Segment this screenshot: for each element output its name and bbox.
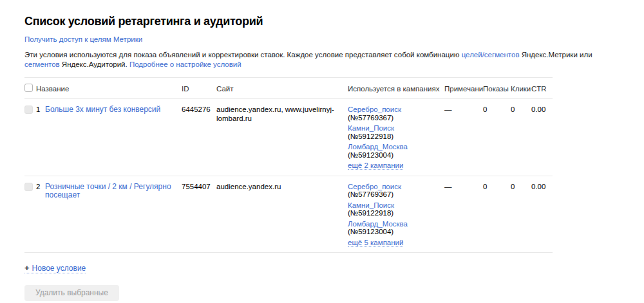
- description: Эти условия используются для показа объя…: [24, 50, 618, 69]
- conditions-help-link[interactable]: Подробнее о настройке условий: [129, 60, 242, 68]
- ctr-value: 0.00: [531, 99, 553, 176]
- retargeting-conditions-table: Название ID Сайт Используется в кампания…: [24, 77, 553, 253]
- clicks-value: 0: [511, 99, 531, 176]
- condition-id: 6445276: [182, 99, 216, 176]
- delete-selected-button[interactable]: Удалить выбранные: [24, 285, 119, 301]
- clicks-value: 0: [511, 176, 531, 253]
- column-header-impressions: Показы: [483, 78, 511, 99]
- campaigns-cell: Серебро_поиск(№57769367)Камни_Поиск (№59…: [348, 99, 444, 176]
- campaign-link[interactable]: Камни_Поиск: [348, 124, 394, 132]
- campaigns-cell: Серебро_поиск(№57769367)Камни_Поиск (№59…: [348, 176, 444, 253]
- campaign-number: (№57769367): [348, 190, 393, 198]
- impressions-value: 0: [483, 176, 511, 253]
- condition-site: audience.yandex.ru, www.juvelirnyj-lomba…: [216, 99, 348, 176]
- column-header-id: ID: [182, 78, 216, 99]
- campaign-number: (№59122918): [348, 133, 393, 140]
- campaign-link[interactable]: Серебро_поиск: [348, 183, 401, 190]
- goals-segments-link[interactable]: целей/сегментов: [462, 51, 520, 59]
- campaign-item: Камни_Поиск (№59122918): [348, 124, 440, 140]
- condition-name-link[interactable]: Розничные точки / 2 км / Регулярно посещ…: [45, 183, 178, 200]
- row-checkbox[interactable]: [24, 183, 33, 191]
- campaign-number: (№59122918): [348, 209, 393, 217]
- campaign-link[interactable]: Ломбард_Москва: [348, 143, 408, 151]
- column-header-name: Название: [36, 78, 182, 99]
- description-line-1: Эти условия используются для показа объя…: [24, 50, 618, 60]
- description-line-2: сегментов Яндекс.Аудиторий. Подробнее о …: [24, 60, 618, 69]
- campaign-number: (№57769367): [348, 114, 393, 122]
- condition-id: 7554407: [182, 176, 216, 253]
- description-text: Яндекс.Метрики или: [520, 51, 592, 59]
- table-row: 2Розничные точки / 2 км / Регулярно посе…: [24, 176, 553, 253]
- column-header-note: Примечание: [444, 78, 483, 99]
- new-condition-link[interactable]: +Новое условие: [24, 264, 86, 273]
- new-condition-label: Новое условие: [32, 264, 86, 273]
- row-index: 2: [36, 183, 45, 200]
- campaign-link[interactable]: Ломбард_Москва: [348, 220, 408, 228]
- description-text: Эти условия используются для показа объя…: [24, 51, 462, 59]
- plus-icon: +: [24, 263, 30, 273]
- impressions-value: 0: [483, 99, 511, 176]
- segments-link[interactable]: сегментов: [24, 60, 60, 68]
- campaign-item: Серебро_поиск(№57769367): [348, 106, 440, 122]
- campaign-link[interactable]: Камни_Поиск: [348, 201, 394, 209]
- row-checkbox[interactable]: [24, 106, 33, 114]
- condition-name-link[interactable]: Больше 3х минут без конверсий: [45, 106, 178, 115]
- note-value: —: [444, 99, 483, 176]
- column-header-ctr: CTR: [531, 78, 553, 99]
- select-all-checkbox[interactable]: [24, 84, 33, 92]
- campaign-link[interactable]: Серебро_поиск: [348, 106, 401, 113]
- description-text: Яндекс.Аудиторий.: [60, 60, 129, 68]
- table-body: 1Больше 3х минут без конверсий6445276aud…: [24, 99, 553, 253]
- campaign-item: Серебро_поиск(№57769367): [348, 183, 440, 199]
- table-header-row: Название ID Сайт Используется в кампания…: [24, 78, 553, 99]
- metrika-access-link[interactable]: Получить доступ к целям Метрики: [24, 35, 142, 43]
- campaign-number: (№59123004): [348, 228, 393, 235]
- condition-site: audience.yandex.ru: [216, 176, 348, 253]
- campaign-item: Камни_Поиск (№59122918): [348, 201, 440, 217]
- table-row: 1Больше 3х минут без конверсий6445276aud…: [24, 99, 553, 176]
- page-title: Список условий ретаргетинга и аудиторий: [24, 14, 618, 28]
- campaign-item: Ломбард_Москва(№59123004): [348, 220, 440, 236]
- campaign-number: (№59123004): [348, 151, 393, 159]
- more-campaigns-link[interactable]: ещё 5 кампаний: [348, 239, 403, 247]
- column-header-campaigns: Используется в кампаниях: [348, 78, 444, 99]
- more-campaigns-link[interactable]: ещё 2 кампании: [348, 161, 403, 170]
- note-value: —: [444, 176, 483, 253]
- column-header-site: Сайт: [216, 78, 348, 99]
- campaign-item: Ломбард_Москва(№59123004): [348, 143, 440, 159]
- row-index: 1: [36, 106, 45, 115]
- column-header-clicks: Клики: [511, 78, 531, 99]
- ctr-value: 0.00: [531, 176, 553, 253]
